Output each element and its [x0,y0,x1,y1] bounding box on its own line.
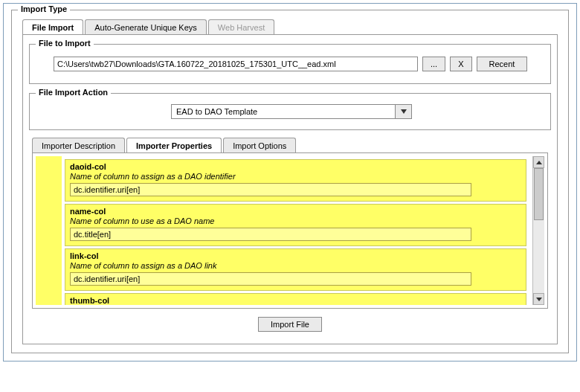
dropdown-button[interactable] [395,105,411,118]
tab-import-options[interactable]: Import Options [223,138,296,153]
tab-importer-properties[interactable]: Importer Properties [126,138,222,153]
property-desc: Name of column to assign as a DAO link [70,261,521,272]
import-type-panel: File to Import ... X Recent File Import … [22,34,558,344]
importer-properties-panel: daoid-col Name of column to assign as a … [32,152,548,309]
property-title: daoid-col [70,162,521,172]
recent-button[interactable]: Recent [477,57,528,71]
tab-auto-generate[interactable]: Auto-Generate Unique Keys [85,19,207,35]
import-type-tabs: File Import Auto-Generate Unique Keys We… [22,19,562,35]
file-to-import-fieldset: File to Import ... X Recent [29,44,551,84]
import-file-button[interactable]: Import File [258,317,322,332]
property-value-input[interactable] [70,272,471,286]
file-path-input[interactable] [54,57,418,71]
tab-web-harvest: Web Harvest [208,19,274,35]
browse-button[interactable]: ... [422,57,445,71]
property-value-input[interactable] [70,228,471,241]
chevron-up-icon [536,161,542,164]
property-title: thumb-col [70,296,521,305]
scroll-up-button[interactable] [533,156,544,168]
property-value-input[interactable] [70,183,471,196]
file-to-import-legend: File to Import [36,39,94,48]
file-import-action-fieldset: File Import Action [29,93,551,130]
import-action-select[interactable] [171,104,412,119]
tab-importer-description[interactable]: Importer Description [32,138,125,153]
property-desc: Name of column to assign as a DAO identi… [70,172,521,183]
property-row: daoid-col Name of column to assign as a … [65,159,526,202]
import-type-fieldset: Import Type File Import Auto-Generate Un… [11,10,569,353]
clear-button[interactable]: X [450,57,471,71]
chevron-down-icon [536,298,542,301]
property-desc: Name of column to use as a DAO name [70,216,521,228]
properties-gutter [36,156,62,305]
scrollbar-track[interactable] [533,168,544,293]
scrollbar-thumb[interactable] [534,168,544,220]
property-row: thumb-col Name of column to assign as a … [65,293,526,305]
property-title: link-col [70,251,521,261]
property-row: name-col Name of column to use as a DAO … [65,204,526,246]
import-type-legend: Import Type [18,4,70,13]
chevron-down-icon [401,109,407,114]
property-title: name-col [70,207,521,216]
import-action-value[interactable] [172,105,395,118]
properties-list: daoid-col Name of column to assign as a … [62,156,532,305]
importer-subtabs: Importer Description Importer Properties… [32,138,552,153]
properties-scrollbar[interactable] [532,156,544,305]
file-import-action-legend: File Import Action [36,88,111,97]
scroll-down-button[interactable] [533,293,544,305]
property-row: link-col Name of column to assign as a D… [65,248,526,291]
tab-file-import[interactable]: File Import [22,19,83,35]
